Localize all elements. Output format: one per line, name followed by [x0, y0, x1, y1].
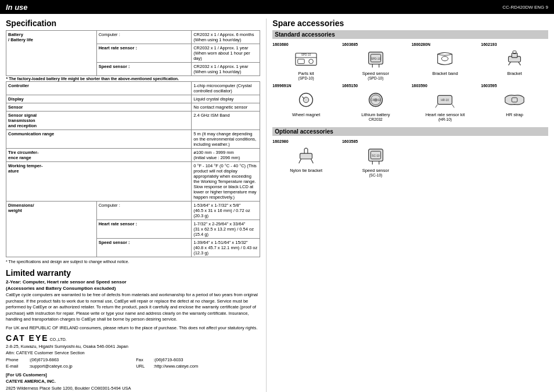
svg-line-15 — [519, 62, 521, 66]
svg-rect-27 — [300, 153, 312, 159]
nylon-tie-label: Nylon tie bracket — [290, 168, 322, 173]
url-label: URL — [136, 363, 153, 369]
parts-kit-sublabel: (SPD-10) — [298, 76, 314, 80]
specification-table: Battery/ Battery life Computer : CR2032 … — [6, 30, 260, 257]
dim-computer-value: 1-53/64" x 1-7/32" x 5/8"(46.5 x 31 x 16… — [192, 202, 260, 220]
optional-accessories-grid: 1602980 Nylon tie bracket 1603585 — [272, 139, 548, 177]
hr-sensor-kit-icon: HR-10 — [433, 89, 456, 110]
hr-sensor-kit-sublabel: (HR-10) — [438, 117, 452, 121]
url-value: :http://www.cateye.com — [153, 363, 260, 369]
lithium-battery-code: 1665150 — [342, 84, 358, 88]
parts-kit-code: 1603680 — [272, 42, 288, 46]
tire-value: ø100 mm - 3999 mm(Initial value : 2096 m… — [192, 149, 260, 162]
us-street: 2825 Wilderness Place Suite 1200, Boulde… — [6, 385, 260, 391]
email-value: :support@cateye.co.jp — [29, 363, 136, 369]
svg-text:SPD-10: SPD-10 — [301, 53, 311, 56]
hr-sensor-battery: CR2032 x 1 / Approx. 1 year(When worn ab… — [192, 44, 260, 63]
svg-rect-3 — [298, 59, 304, 64]
specification-title: Specification — [6, 19, 260, 28]
accessory-parts-kit: 1603680 SPD-10 Parts kit (SPD-10) — [272, 42, 340, 80]
standard-accessories-grid: 1603680 SPD-10 Parts kit (SPD-10) 160 — [272, 42, 548, 121]
speed-sensor-icon: SPD-10 — [364, 48, 387, 69]
accessory-wheel-magnet: 1699691N Wheel magnet — [272, 84, 340, 121]
accessory-bracket-band: 1600280N Bracket band — [412, 42, 479, 80]
optional-accessories-title: Optional accessories — [272, 127, 548, 136]
svg-text:SC-10: SC-10 — [372, 154, 380, 157]
speed-sensor-opt-code: 1603585 — [342, 139, 358, 143]
hr-strap-image — [503, 89, 526, 111]
table-row: Sensor signaltransmissionand reception 2… — [6, 112, 260, 130]
svg-point-10 — [442, 56, 448, 61]
comm-value: 5 m (It may change depending on the envi… — [192, 130, 260, 149]
svg-line-29 — [311, 159, 314, 164]
speed-sensor-opt-image: SC-10 — [364, 145, 387, 167]
bracket-image — [503, 48, 526, 70]
model-number: CC-RD420DW — [502, 5, 533, 10]
table-row: Working temper-ature 0 °F - 104 °F (0 °C… — [6, 162, 260, 202]
hr-sensor-kit-label: Heart rate sensor kit — [426, 112, 465, 117]
bracket-icon — [503, 48, 526, 69]
speed-sensor-image: SPD-10 — [364, 48, 387, 70]
parts-kit-label: Parts kit — [298, 71, 314, 76]
table-row: Dimensions/weight Computer : 1-53/64" x … — [6, 202, 260, 220]
comm-label: Communication range — [6, 130, 192, 149]
phone-label: Phone — [6, 357, 29, 363]
table-row: Battery/ Battery life Computer : CR2032 … — [6, 31, 260, 44]
us-company: CATEYE AMERICA, INC. — [6, 378, 260, 384]
hr-strap-code: 1603595 — [481, 84, 497, 88]
lithium-battery-image: CR2032 — [364, 89, 387, 111]
warranty-subtitle2: (Accessories and Battery Consumption exc… — [6, 286, 260, 291]
phone-value: :(06)6719-6863 — [29, 357, 136, 363]
dim-speed-value: 1-39/64" x 1-51/64" x 15/32"(40.8 x 45.7… — [192, 239, 260, 257]
accessory-hr-sensor-kit: 1603590 HR-10 Heart rate sensor kit (HR-… — [412, 84, 479, 121]
lithium-sublabel: CR2032 — [369, 117, 383, 121]
svg-line-28 — [299, 159, 301, 164]
email-label: E-mail — [6, 363, 29, 369]
page-number: 9 — [546, 5, 548, 10]
japan-address: 2-8-25, Kuwazu, Higashi Sumiyoshi-ku, Os… — [6, 343, 260, 369]
japan-attn: Attn: CATEYE Customer Service Section — [6, 350, 260, 356]
parts-kit-image: SPD-10 — [294, 48, 318, 70]
us-address: [For US Customers] CATEYE AMERICA, INC. … — [6, 372, 260, 392]
svg-text:HR-10: HR-10 — [441, 99, 449, 102]
svg-point-4 — [309, 59, 314, 64]
language: ENG — [534, 5, 544, 10]
speed-sensor-code: 1603685 — [342, 42, 358, 46]
japan-street: 2-8-25, Kuwazu, Higashi Sumiyoshi-ku, Os… — [6, 343, 260, 350]
signal-label: Sensor signaltransmissionand reception — [6, 112, 192, 130]
fax-label: Fax — [136, 357, 153, 363]
wheel-magnet-code: 1699691N — [272, 84, 291, 88]
warranty-text2: For UK and REPUBLIC OF IRELAND consumers… — [6, 325, 260, 332]
warranty-subtitle: 2-Year: Computer, Heart rate sensor and … — [6, 279, 260, 285]
wheel-magnet-label: Wheel magnet — [292, 112, 320, 117]
speed-sensor-std-label: Speed sensor — [362, 71, 389, 76]
speed-sensor-opt-sublabel: (SC-10) — [369, 173, 382, 177]
svg-point-21 — [374, 98, 377, 102]
right-column: Spare accessories Standard accessories 1… — [266, 19, 548, 392]
warranty-text1: CatEye cycle computers are warranted to … — [6, 292, 260, 323]
battery-note: * The factory-loaded battery life might … — [6, 76, 260, 82]
model-info: CC-RD420DW ENG 9 — [502, 5, 548, 10]
controller-value: 1-chip microcomputer (Crystal controlled… — [192, 82, 260, 95]
warranty-title: Limited warranty — [6, 268, 260, 278]
dimensions-label: Dimensions/weight — [6, 202, 97, 257]
main-content: Specification Battery/ Battery life Comp… — [0, 14, 554, 392]
computer-battery: CR2032 x 1 / Approx. 6 months(When using… — [192, 31, 260, 44]
hr-sensor-kit-code: 1603590 — [412, 84, 427, 88]
display-label: Display — [6, 95, 192, 103]
table-row: Display Liquid crystal display — [6, 95, 260, 103]
page-header: In use CC-RD420DW ENG 9 — [0, 0, 554, 14]
table-row: Communication range 5 m (It may change d… — [6, 130, 260, 149]
computer-label: Computer : — [96, 31, 192, 44]
left-column: Specification Battery/ Battery life Comp… — [6, 19, 266, 392]
fax-value: :(06)6719-6033 — [153, 357, 260, 363]
spec-note: * The specifications and design are subj… — [6, 260, 260, 264]
table-row: Controller 1-chip microcomputer (Crystal… — [6, 82, 260, 95]
hr-strap-label: HR strap — [506, 112, 523, 117]
accessory-bracket: 1602193 Bracket — [481, 42, 548, 80]
hr-sensor-kit-image: HR-10 — [433, 89, 456, 111]
battery-label: Battery/ Battery life — [6, 31, 97, 76]
sensor-value: No contact magnetic sensor — [192, 103, 260, 112]
svg-line-14 — [509, 62, 511, 66]
bracket-band-icon — [433, 48, 456, 69]
